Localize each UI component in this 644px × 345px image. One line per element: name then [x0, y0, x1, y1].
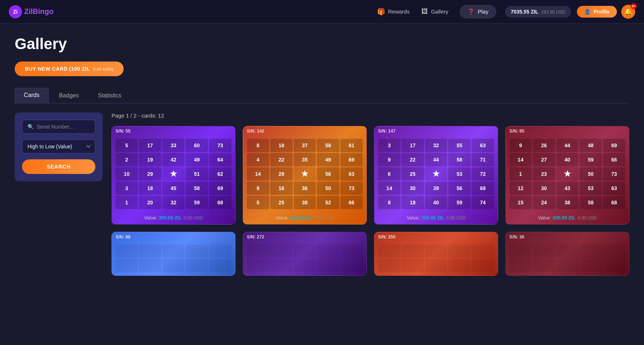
card-cell: 39 — [425, 182, 447, 195]
search-button[interactable]: SEARCH — [22, 159, 95, 174]
gallery-icon: 🖼 — [421, 8, 428, 15]
search-input[interactable] — [37, 124, 90, 130]
rewards-nav-link[interactable]: 🎁 Rewards — [377, 8, 410, 16]
card-cell — [425, 259, 447, 272]
card-cell: 56 — [317, 167, 339, 181]
card-cell: 20 — [139, 196, 161, 209]
card-cell: 18 — [270, 139, 293, 152]
card-cell: 42 — [162, 153, 185, 166]
card-cell — [472, 245, 494, 258]
card-cell: 8 — [247, 139, 269, 152]
card-cell-star: ★ — [294, 167, 316, 181]
card-sn: S/N: 147 — [374, 126, 498, 136]
card-cell — [294, 245, 316, 258]
sort-select[interactable]: High to Low (Value) Low to High (Value) … — [22, 140, 95, 153]
card-cell — [317, 245, 339, 258]
card-cell: 73 — [603, 167, 625, 181]
card-sn: S/N: 272 — [243, 232, 366, 242]
card-cell: 44 — [556, 139, 579, 152]
search-box: 🔍 — [22, 120, 95, 134]
page-info: Page 1 / 2 - cards: 12 — [111, 112, 629, 119]
navbar: Zi ZilBingo 🎁 Rewards 🖼 Gallery ❓ Play 7… — [0, 0, 644, 23]
card-cell: 66 — [603, 153, 625, 166]
card-cell: 35 — [294, 153, 316, 166]
card-cell: 49 — [186, 153, 208, 166]
card-cell — [448, 245, 471, 258]
card-cell — [139, 259, 161, 272]
logo-icon: Zi — [9, 5, 22, 18]
card-cell — [186, 259, 208, 272]
tab-cards[interactable]: Cards — [15, 88, 49, 103]
card-cell: 55 — [448, 139, 471, 152]
play-icon: ❓ — [468, 8, 475, 15]
card-grid: 5 17 33 60 73 2 19 42 49 64 10 29 ★ 51 — [112, 136, 235, 212]
bingo-card-142[interactable]: S/N: 142 8 18 37 58 61 4 22 35 49 69 14 … — [243, 126, 367, 225]
bingo-card-36[interactable]: S/N: 36 — [505, 232, 629, 276]
bingo-card-55[interactable]: S/N: 55 5 17 33 60 73 2 19 42 49 64 10 2… — [111, 126, 235, 225]
card-grid: 3 17 32 55 63 9 22 44 58 71 6 25 ★ 53 — [374, 136, 498, 212]
card-cell: 63 — [472, 139, 494, 152]
card-cell: 22 — [402, 153, 424, 166]
card-grid — [243, 242, 366, 275]
card-cell: 4 — [247, 153, 269, 166]
card-cell: 18 — [402, 196, 424, 209]
card-cell-star: ★ — [162, 167, 185, 181]
profile-button[interactable]: 👤 Profile — [577, 6, 617, 18]
card-cell: 52 — [317, 196, 339, 209]
card-cell: 1 — [509, 167, 532, 181]
card-cell: 17 — [402, 139, 424, 152]
bingo-card-88[interactable]: S/N: 88 — [111, 232, 235, 276]
balance-display: 7035.55 ZIL 183.85 USD — [505, 6, 571, 18]
card-cell: 9 — [378, 153, 400, 166]
card-cell: 25 — [270, 196, 293, 209]
card-cell: 68 — [209, 196, 231, 209]
card-cell: 58 — [579, 196, 602, 209]
bingo-card-85[interactable]: S/N: 85 9 26 44 48 69 14 27 40 59 66 1 2… — [505, 126, 629, 225]
gallery-nav-link[interactable]: 🖼 Gallery — [421, 8, 449, 15]
card-cell: 24 — [533, 196, 555, 209]
card-cell — [556, 245, 579, 258]
bingo-card-147[interactable]: S/N: 147 3 17 32 55 63 9 22 44 58 71 6 2… — [374, 126, 498, 225]
search-icon: 🔍 — [28, 124, 34, 130]
page-title: Gallery — [15, 35, 629, 53]
card-cell — [533, 259, 555, 272]
card-cell: 61 — [340, 139, 363, 152]
card-cell: 38 — [294, 196, 316, 209]
card-sn: S/N: 85 — [506, 126, 629, 136]
card-sn: S/N: 88 — [112, 232, 235, 242]
tab-statistics[interactable]: Statistics — [89, 88, 130, 103]
card-cell — [139, 245, 161, 258]
card-cell — [294, 259, 316, 272]
notification-button[interactable]: 🔔 9+ — [621, 5, 635, 19]
card-cell — [317, 259, 339, 272]
card-cell: 37 — [294, 139, 316, 152]
card-cell: 73 — [209, 139, 231, 152]
card-cell — [378, 245, 400, 258]
logo[interactable]: Zi ZilBingo — [9, 5, 54, 18]
bingo-card-272[interactable]: S/N: 272 — [243, 232, 367, 276]
card-cell: 6 — [378, 167, 400, 181]
card-cell — [509, 245, 532, 258]
card-cell — [448, 259, 471, 272]
card-cell: 36 — [294, 182, 316, 195]
tab-badges[interactable]: Badges — [50, 88, 88, 103]
cards-section: Page 1 / 2 - cards: 12 S/N: 55 5 17 33 6… — [111, 112, 629, 276]
card-grid: 8 18 37 58 61 4 22 35 49 69 14 29 ★ 56 — [243, 136, 366, 212]
card-cell: 66 — [340, 196, 363, 209]
card-cell: 49 — [317, 153, 339, 166]
card-cell: 10 — [116, 167, 138, 181]
card-cell: 58 — [186, 182, 208, 195]
card-cell: 3 — [116, 182, 138, 195]
card-cell: 17 — [139, 139, 161, 152]
play-button[interactable]: ❓ Play — [460, 5, 496, 18]
card-cell — [247, 245, 269, 258]
logo-text: ZilBingo — [24, 7, 54, 16]
card-cell: 50 — [317, 182, 339, 195]
buy-card-button[interactable]: BUY NEW CARD (100 ZIL 0.00 USD) — [15, 62, 124, 76]
card-cell: 29 — [270, 167, 293, 181]
card-cell: 38 — [556, 196, 579, 209]
card-cell: 69 — [340, 153, 363, 166]
card-cell: 16 — [270, 182, 293, 195]
bingo-card-250[interactable]: S/N: 250 — [374, 232, 498, 276]
card-cell: 45 — [162, 182, 185, 195]
